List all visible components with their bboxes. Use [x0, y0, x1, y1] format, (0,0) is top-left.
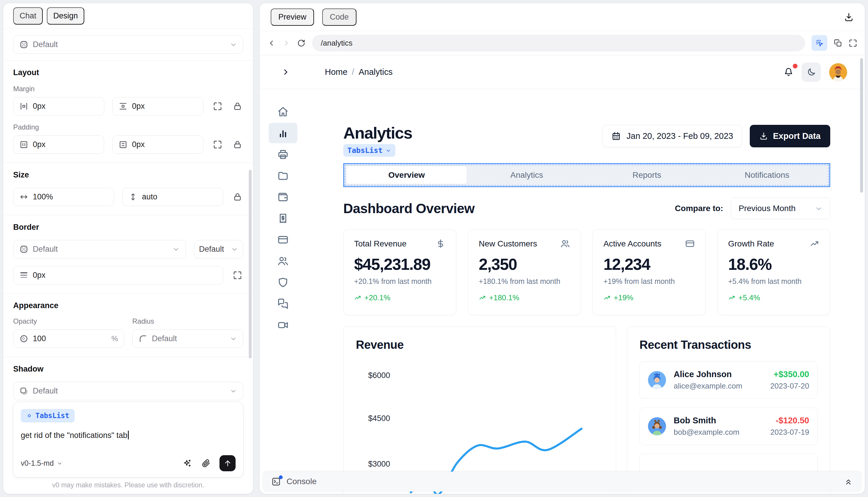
tab-chat[interactable]: Chat [13, 7, 43, 25]
forward-button[interactable] [282, 39, 291, 47]
fullscreen-button[interactable] [849, 39, 857, 47]
margin-x-input[interactable]: 0px [13, 97, 104, 115]
transaction-name: Bob Smith [674, 416, 739, 425]
url-input[interactable]: /analytics [312, 35, 805, 52]
tab-analytics[interactable]: Analytics [467, 166, 587, 184]
opacity-input[interactable]: 100 % [13, 329, 124, 348]
shadow-value: Default [33, 386, 225, 396]
send-button[interactable] [220, 455, 236, 471]
select-element-button[interactable] [812, 35, 827, 51]
border-style-select[interactable]: Default [194, 240, 243, 258]
diamond-icon [26, 412, 32, 419]
revenue-chart-card: Revenue $6000 $4500 $3000 [343, 326, 616, 494]
video-icon [277, 320, 289, 331]
console-expand-button[interactable] [844, 477, 853, 486]
stat-card-active-accounts: Active Accounts 12,234 +19% from last mo… [593, 229, 706, 315]
sidebar-item-video[interactable] [268, 315, 297, 335]
padding-y-value: 0px [132, 140, 145, 149]
tab-notifications[interactable]: Notifications [707, 166, 827, 184]
sidebar-item-cards[interactable] [268, 229, 297, 250]
radius-select[interactable]: Default [132, 329, 243, 348]
tab-reports[interactable]: Reports [587, 166, 707, 184]
model-select[interactable]: v0-1.5-md [21, 459, 63, 467]
tab-overview[interactable]: Overview [346, 166, 467, 184]
section-title-appearance: Appearance [13, 301, 243, 310]
width-arrow-icon [19, 193, 28, 201]
margin-y-value: 0px [132, 102, 145, 111]
tab-preview[interactable]: Preview [271, 9, 314, 26]
transaction-date: 2023-07-19 [770, 428, 809, 437]
page-title: Analytics [343, 125, 412, 141]
console-bar[interactable]: Console [263, 471, 861, 492]
height-input[interactable]: auto [122, 188, 223, 206]
sidebar-item-security[interactable] [268, 272, 297, 293]
transaction-name: Alice Johnson [674, 370, 742, 379]
sidebar-item-home[interactable] [268, 101, 297, 122]
sidebar-item-customers[interactable] [268, 251, 297, 271]
padding-x-input[interactable]: 0px [13, 136, 104, 154]
margin-y-input[interactable]: 0px [112, 97, 203, 115]
lock-icon [233, 140, 242, 149]
sidebar-item-analytics[interactable] [268, 123, 297, 143]
margin-lock-button[interactable] [232, 101, 243, 112]
printer-icon [277, 149, 289, 160]
duplicate-button[interactable] [834, 39, 842, 47]
padding-lock-button[interactable] [232, 139, 243, 151]
maximize-icon [213, 140, 222, 149]
breadcrumb-home[interactable]: Home [325, 67, 347, 77]
sidebar-item-wallet[interactable] [268, 187, 297, 207]
text-caret [128, 431, 129, 439]
chevron-left-icon [267, 39, 276, 47]
margin-expand-button[interactable] [211, 101, 223, 112]
folder-icon [277, 170, 289, 181]
chat-composer[interactable]: TabsList get rid of the "notifications" … [13, 402, 244, 478]
chevron-down-icon [815, 205, 822, 212]
tab-code[interactable]: Code [322, 9, 356, 26]
disclaimer-text: v0 may make mistakes. Please use with di… [3, 481, 253, 489]
padding-expand-button[interactable] [211, 139, 223, 151]
breadcrumb-separator: / [352, 67, 354, 77]
copy-icon [834, 39, 842, 47]
date-range-picker[interactable]: Jan 20, 2023 - Feb 09, 2023 [603, 125, 742, 147]
stat-subtext: +180.1% from last month [479, 277, 570, 286]
chevron-down-icon [230, 335, 237, 342]
stat-trend-badge: +19% [604, 293, 695, 302]
refresh-button[interactable] [297, 39, 305, 47]
preview-scrollbar[interactable] [860, 58, 863, 193]
sidebar-toggle-button[interactable] [281, 68, 290, 76]
border-width-input[interactable]: 0px [13, 266, 223, 284]
messages-icon [277, 298, 289, 309]
export-data-button[interactable]: Export Data [750, 125, 830, 147]
download-button[interactable] [844, 12, 854, 22]
chevron-down-icon [385, 148, 391, 154]
dark-mode-toggle[interactable] [802, 62, 821, 82]
left-panel-scrollbar[interactable] [249, 170, 252, 358]
compare-select[interactable]: Previous Month [731, 198, 830, 219]
user-avatar[interactable] [829, 63, 847, 81]
width-input[interactable]: 100% [13, 188, 114, 206]
sidebar-item-receipts[interactable] [268, 208, 297, 229]
enhance-button[interactable] [183, 459, 192, 468]
tab-design[interactable]: Design [47, 7, 84, 25]
back-button[interactable] [267, 39, 276, 47]
shadow-select[interactable]: Default [13, 382, 243, 400]
style-preset-select[interactable]: Default [13, 36, 243, 54]
border-width-icon [19, 271, 28, 280]
border-expand-button[interactable] [232, 270, 243, 281]
border-color-select[interactable]: Default [13, 240, 186, 258]
sidebar-item-messages[interactable] [268, 294, 297, 314]
notifications-button[interactable] [784, 67, 794, 77]
sidebar-item-invoices[interactable] [268, 144, 297, 165]
padding-y-input[interactable]: 0px [112, 136, 203, 154]
attach-button[interactable] [202, 459, 211, 468]
margin-horizontal-icon [19, 102, 28, 111]
sidebar-item-files[interactable] [268, 166, 297, 186]
selected-component-chip[interactable]: TabsList [21, 409, 74, 423]
lock-icon [233, 193, 242, 201]
selected-component-badge[interactable]: TabsList [343, 144, 395, 157]
margin-x-value: 0px [33, 102, 46, 111]
bar-chart-icon [277, 127, 289, 139]
composer-message[interactable]: get rid of the "notifications" tab [21, 431, 236, 440]
size-lock-button[interactable] [232, 191, 243, 203]
margin-vertical-icon [119, 102, 128, 111]
